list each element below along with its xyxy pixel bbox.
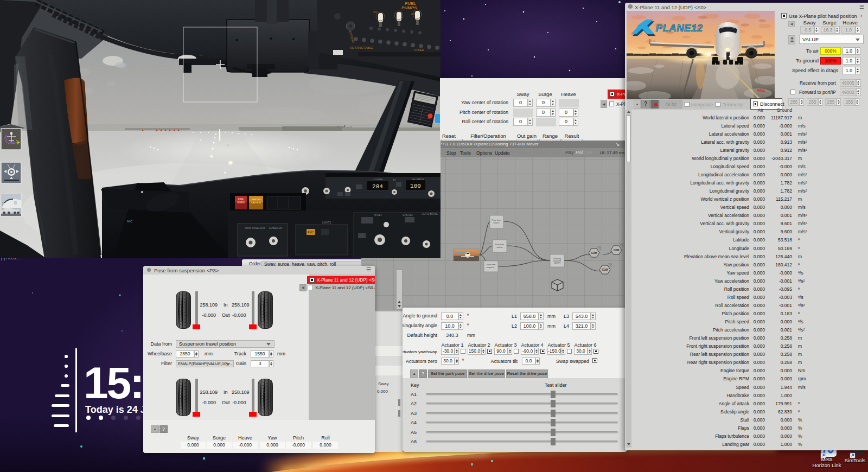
svg-text:PUMPS: PUMPS — [401, 5, 417, 10]
svg-text:RETRACTABLE: RETRACTABLE — [350, 46, 374, 49]
svg-text:PLANE12: PLANE12 — [656, 22, 703, 34]
svg-text:A/T: A/T — [393, 179, 396, 181]
svg-text:LOWER DU: LOWER DU — [269, 227, 282, 229]
svg-text:284: 284 — [372, 183, 383, 190]
svg-text:FIRE: FIRE — [238, 198, 244, 201]
svg-text:X-PLANE12: X-PLANE12 — [454, 251, 467, 253]
svg-text:W SET: W SET — [374, 214, 382, 216]
svg-text:AUTO BRAKE: AUTO BRAKE — [422, 213, 438, 215]
svg-text:COM: COM — [591, 252, 597, 254]
svg-text:Pose from: Pose from — [492, 219, 501, 221]
svg-text:MIC: MIC — [127, 220, 132, 223]
svg-text:Pose from: Pose from — [487, 264, 495, 266]
svg-text:motion: motion — [494, 222, 500, 224]
svg-text:CAUTION: CAUTION — [251, 201, 261, 204]
svg-text:motion: motion — [497, 246, 503, 248]
svg-text:COURSE: COURSE — [373, 178, 382, 181]
svg-text:LIGHTS: LIGHTS — [322, 221, 331, 224]
svg-text:(6DOF): (6DOF) — [554, 262, 560, 264]
svg-text:100: 100 — [410, 183, 421, 189]
svg-text:ON: ON — [373, 10, 378, 14]
svg-text:WARN: WARN — [237, 201, 245, 204]
svg-text:GPS REF: GPS REF — [403, 214, 413, 216]
svg-text:COM: COM — [602, 269, 608, 271]
svg-text:MAIN PANEL DUs: MAIN PANEL DUs — [245, 227, 266, 229]
svg-text:FMC: FMC — [308, 231, 314, 234]
svg-text:FIXED: FIXED — [414, 48, 424, 52]
svg-text:Pose from: Pose from — [495, 244, 504, 246]
svg-text:MASTER: MASTER — [252, 198, 261, 201]
svg-text:suspensi...: suspensi... — [486, 266, 495, 269]
svg-text:COM: COM — [614, 249, 620, 252]
